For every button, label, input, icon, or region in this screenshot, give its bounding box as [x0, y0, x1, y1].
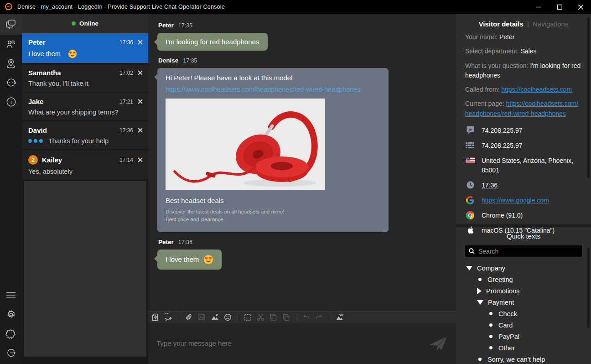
tree-node-greeting[interactable]: Greeting — [465, 274, 582, 285]
minimize-button[interactable] — [528, 0, 549, 14]
quick-texts-search[interactable] — [465, 245, 582, 257]
search-input[interactable] — [478, 248, 578, 255]
close-chat-icon[interactable] — [138, 157, 143, 162]
chat-list-item[interactable]: 2 Kailey 17:14 Yes, absolutely — [22, 150, 148, 180]
add-canned-response-icon[interactable] — [165, 313, 173, 321]
undo-icon[interactable] — [302, 314, 310, 321]
conversation-panel: Peter 17:35 I'm looking for red headphon… — [148, 14, 456, 364]
chat-list-item[interactable]: David 17:36 Thanks for your help — [22, 121, 148, 149]
shared-product-link[interactable]: https://www.coolheadsets.com/headphones/… — [166, 86, 380, 93]
geo-location-icon[interactable] — [0, 54, 22, 73]
ip-address-icon: IP — [465, 126, 475, 135]
chevron-down-icon[interactable] — [477, 300, 483, 305]
visitors-icon[interactable] — [0, 35, 22, 54]
unread-count-badge: 2 — [28, 155, 38, 165]
tree-node-check[interactable]: Check — [465, 308, 582, 319]
scrollbar-thumb[interactable] — [587, 17, 590, 178]
operator-message-bubble: Hi Peter! Please have a look at this mod… — [157, 68, 389, 232]
google-icon — [465, 196, 475, 205]
visitor-message-bubble: I love them — [157, 250, 222, 270]
chat-list-item[interactable]: Jake 17:21 What are your shipping terms? — [22, 93, 148, 120]
chats-icon[interactable] — [0, 14, 22, 35]
message-author: Peter — [158, 22, 174, 29]
chat-preview: I love them — [28, 49, 143, 58]
chat-preview: What are your shipping terms? — [28, 109, 143, 116]
chat-time: 17:02 — [119, 70, 133, 76]
close-chat-icon[interactable] — [138, 99, 143, 104]
called-from-link[interactable]: https://coolheadsets.com — [501, 86, 572, 93]
chevron-down-icon[interactable] — [466, 266, 472, 270]
message-time: 17:36 — [178, 239, 192, 245]
close-button[interactable] — [570, 0, 591, 14]
chat-time: 17:36 — [119, 127, 133, 134]
field-question: What is your question: I'm looking for r… — [465, 61, 582, 81]
chat-time: 17:14 — [119, 157, 133, 163]
maximize-button[interactable] — [549, 0, 570, 14]
field-department: Select department: Sales — [465, 47, 582, 56]
operator-icon[interactable] — [0, 73, 22, 92]
close-chat-icon[interactable] — [138, 40, 143, 45]
visitor-message-bubble: I'm looking for red headphones — [157, 33, 268, 51]
bullet-icon — [489, 323, 493, 327]
tree-node-card[interactable]: Card — [465, 319, 582, 331]
chevron-right-icon[interactable] — [477, 288, 482, 294]
online-status-dot — [72, 21, 76, 26]
field-your-name: Your name: Peter — [465, 32, 582, 42]
message-author: Denise — [158, 57, 178, 64]
heart-eyes-emoji — [203, 255, 213, 265]
send-image-icon[interactable] — [198, 313, 206, 321]
visitor-details-panel: Visitor details | Navigations Your name:… — [456, 14, 591, 364]
titlebar: Denise - my_account - LoggedIn - Provide… — [0, 0, 591, 14]
request-screenshot-icon[interactable] — [335, 313, 344, 321]
close-chat-icon[interactable] — [138, 128, 143, 133]
bullet-icon — [489, 346, 493, 349]
tree-node-sorry[interactable]: Sorry, we can’t help — [465, 354, 582, 364]
tree-node-promotions[interactable]: Promotions — [465, 285, 582, 296]
tree-node-other[interactable]: Other — [465, 342, 582, 354]
app-logo-icon — [5, 3, 13, 11]
message-input[interactable] — [148, 323, 456, 364]
sound-icon[interactable] — [0, 324, 22, 343]
tab-visitor-details[interactable]: Visitor details — [479, 20, 524, 28]
tree-node-company[interactable]: Company — [465, 262, 582, 274]
chat-name: Jake — [28, 98, 119, 105]
copy-icon[interactable] — [270, 313, 277, 321]
link-preview-title: Best headset deals — [166, 197, 380, 204]
redo-icon[interactable] — [315, 314, 323, 321]
chat-list-panel: Online Peter 17:36 I love them — [22, 14, 148, 364]
quick-texts-tree: Company Greeting Promotions Payment Chec… — [465, 262, 582, 364]
chat-name: Samantha — [28, 69, 119, 77]
paste-icon[interactable] — [282, 313, 290, 321]
logout-icon[interactable] — [0, 343, 22, 362]
bullet-icon — [489, 312, 493, 315]
chat-list-empty-area — [24, 181, 146, 357]
select-area-icon[interactable] — [244, 313, 252, 321]
chat-list-item[interactable]: Samantha 17:02 Thank you, I'll take it — [22, 64, 148, 92]
tab-navigations[interactable]: Navigations — [533, 20, 568, 28]
chat-list-item[interactable]: Peter 17:36 I love them — [22, 33, 148, 63]
tree-node-payment[interactable]: Payment — [465, 296, 582, 308]
menu-icon[interactable] — [0, 286, 22, 305]
info-icon[interactable] — [0, 92, 22, 111]
close-chat-icon[interactable] — [138, 70, 143, 75]
bullet-icon — [478, 358, 482, 361]
referrer-link[interactable]: https://www.google.com — [482, 196, 549, 205]
chrome-icon — [465, 211, 475, 220]
insert-canned-response-icon[interactable] — [152, 313, 160, 321]
scrollbar-thumb[interactable] — [587, 248, 590, 328]
bullet-icon — [478, 278, 482, 281]
heart-eyes-emoji — [68, 49, 77, 58]
operator-status[interactable]: Online — [22, 14, 148, 33]
attach-file-icon[interactable] — [185, 313, 193, 321]
settings-icon[interactable] — [0, 305, 22, 324]
us-flag-icon — [465, 156, 475, 165]
insert-emoji-icon[interactable] — [224, 313, 232, 321]
cut-icon[interactable] — [257, 313, 264, 321]
info-location: United States, Arizona, Phoenix, 85001 — [465, 156, 582, 175]
push-page-icon[interactable] — [211, 313, 219, 321]
send-message-icon[interactable] — [429, 336, 448, 354]
link-preview-description: Discover the latest deals on all headset… — [166, 208, 380, 224]
info-referrer: https://www.google.com — [465, 196, 582, 205]
tree-node-paypal[interactable]: PayPal — [465, 331, 582, 342]
quick-texts-title: Quick texts — [465, 232, 582, 240]
